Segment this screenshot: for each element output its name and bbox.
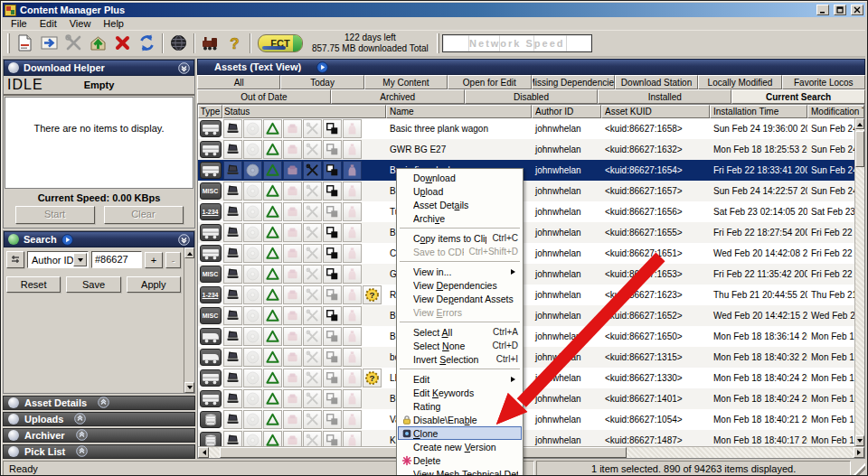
menu-item-archive[interactable]: Archive	[398, 211, 522, 225]
scroll-down-button[interactable]	[184, 382, 194, 393]
menu-item-select-none[interactable]: Select NoneCtrl+D	[398, 339, 522, 352]
scroll-left-button[interactable]	[198, 447, 209, 458]
menu-item-view-mesh-technical-details[interactable]: View Mesh Technical Details...	[398, 467, 522, 476]
column-header-status[interactable]: Status	[222, 105, 386, 118]
tools-button[interactable]	[61, 33, 86, 55]
toolbar-grip[interactable]	[7, 33, 10, 53]
scroll-up-button[interactable]	[855, 118, 864, 129]
menubar-item-view[interactable]: View	[63, 17, 98, 30]
download-queue-list[interactable]: There are no items to display.	[5, 97, 193, 189]
expand-chevron-icon[interactable]	[76, 445, 88, 459]
assets-play-icon[interactable]	[316, 61, 328, 73]
tab-favorite-locos[interactable]: Favorite Locos	[782, 75, 865, 89]
clear-button[interactable]: Clear	[104, 206, 184, 224]
menu-item-clone[interactable]: Clone	[398, 426, 522, 440]
train-button[interactable]	[198, 33, 222, 55]
column-header-name[interactable]: Name	[386, 105, 532, 118]
refresh-button[interactable]	[135, 33, 159, 55]
menu-item-view-dependencies[interactable]: View Dependencies	[398, 278, 522, 292]
column-header-installation-time[interactable]: Installation Time	[710, 105, 807, 118]
expand-chevron-icon[interactable]	[74, 413, 86, 426]
table-row[interactable]: Vanjohnwhelan<kuid:86627:1054>Mon Feb 18…	[198, 409, 854, 430]
tab-my-content[interactable]: My Content	[364, 75, 448, 89]
tab-all[interactable]: All	[197, 75, 280, 89]
add-filter-button[interactable]: +	[145, 252, 163, 268]
scroll-up-button[interactable]	[184, 247, 194, 258]
search-query-input[interactable]: #86627	[91, 251, 142, 268]
table-row[interactable]: BRjohnwhelan<kuid:86627:1655>Fri Feb 22 …	[198, 222, 854, 243]
menu-item-rating[interactable]: Rating	[398, 399, 522, 413]
tab-out-of-date[interactable]: Out of Date	[197, 89, 331, 104]
close-button[interactable]	[851, 5, 863, 15]
reset-button[interactable]: Reset	[6, 276, 61, 293]
menubar-item-file[interactable]: File	[5, 17, 33, 30]
expand-chevron-icon[interactable]	[98, 397, 109, 410]
column-header-author-id[interactable]: Author ID	[532, 105, 601, 118]
tab-today[interactable]: Today	[280, 75, 363, 89]
save-button[interactable]: Save	[66, 276, 120, 293]
table-row[interactable]: MISCBasjohnwhelan<kuid:86627:1657>Sun Fe…	[198, 181, 854, 201]
menu-item-delete[interactable]: Delete	[398, 453, 522, 467]
search-play-icon[interactable]	[61, 234, 73, 246]
column-header-asset-kuid[interactable]: Asset KUID	[601, 105, 710, 118]
resize-grip[interactable]	[853, 461, 865, 476]
import-arrow-button[interactable]	[37, 33, 61, 55]
title-bar[interactable]: Content Manager Plus	[3, 3, 865, 17]
tab-disabled[interactable]: Disabled	[465, 89, 599, 104]
table-row[interactable]: BRjohnwhelan<kuid:86627:1650>Mon Feb 18 …	[198, 326, 854, 347]
menu-item-save-to-cdp[interactable]: Save to CDPCtrl+Shift+D	[398, 245, 522, 258]
collapse-chevron-icon[interactable]	[178, 62, 190, 74]
scroll-right-button[interactable]	[854, 447, 864, 458]
collapse-chevron-icon[interactable]	[178, 234, 190, 246]
minimize-button[interactable]	[816, 5, 829, 15]
table-row[interactable]: Kingjohnwhelan<kuid:86627:1487>Mon Feb 1…	[198, 430, 854, 446]
table-row[interactable]: Basic three plank wagonjohnwhelan<kuid:8…	[198, 118, 854, 139]
menu-item-disable-enable[interactable]: Disable\Enable	[398, 413, 522, 426]
menubar-item-edit[interactable]: Edit	[33, 17, 63, 30]
tab-missing-dependencies[interactable]: Missing Dependencies	[532, 75, 615, 89]
table-row[interactable]: 1-234Turljohnwhelan<kuid:86627:1656>Sat …	[198, 201, 854, 222]
menu-item-create-new-version[interactable]: Create new Version	[398, 440, 522, 453]
table-row[interactable]: bowjohnwhelan<kuid:86627:1315>Mon Feb 18…	[198, 347, 854, 368]
scroll-down-button[interactable]	[855, 435, 864, 446]
tab-open-for-edit[interactable]: Open for Edit	[448, 75, 531, 89]
menu-item-invert-selection[interactable]: Invert SelectionCtrl+I	[398, 352, 522, 366]
assets-header[interactable]: Assets (Text View)	[197, 59, 865, 75]
menu-item-download[interactable]: Download	[398, 171, 522, 184]
horizontal-scrollbar[interactable]	[198, 446, 864, 458]
tab-current-search[interactable]: Current Search	[731, 89, 865, 104]
menubar-item-help[interactable]: Help	[97, 17, 130, 30]
dropdown-arrow-icon[interactable]	[73, 253, 87, 266]
web-globe-button[interactable]	[166, 33, 191, 55]
filter-options-button[interactable]	[6, 251, 24, 268]
tab-locally-modified[interactable]: Locally Modified	[698, 75, 781, 89]
menu-item-select-all[interactable]: Select AllCtrl+A	[398, 325, 522, 339]
search-scrollbar[interactable]	[184, 247, 194, 393]
menu-item-copy-items-to-clipboard[interactable]: Copy items to ClipboardCtrl+C	[398, 231, 522, 245]
vertical-scroll-thumb[interactable]	[855, 131, 864, 167]
sidebar-panel-asset-details[interactable]: Asset Details	[3, 396, 195, 410]
table-row[interactable]: 1-234?Rurjohnwhelan<kuid:86627:1623>Thu …	[198, 285, 854, 305]
toolbar-grip2[interactable]	[437, 33, 439, 53]
table-row[interactable]: MISCGWjohnwhelan<kuid:86627:1653>Fri Feb…	[198, 264, 854, 285]
search-field-select[interactable]: Author ID	[27, 251, 89, 268]
help-button[interactable]: ?	[222, 33, 247, 55]
table-row[interactable]: Coajohnwhelan<kuid:86627:1651>Wed Feb 20…	[198, 243, 854, 264]
fct-button[interactable]: FCT	[258, 34, 303, 52]
menu-item-view-dependant-assets[interactable]: View Dependant Assets	[398, 292, 522, 305]
remove-filter-button[interactable]: -	[165, 252, 181, 268]
table-row[interactable]: ?LBSjohnwhelan<kuid:86627:1330>Mon Feb 1…	[198, 368, 854, 388]
download-helper-header[interactable]: Download Helper	[4, 60, 194, 76]
menu-item-edit[interactable]: Edit	[398, 372, 522, 386]
sidebar-panel-archiver[interactable]: Archiver	[3, 428, 195, 443]
upload-house-button[interactable]	[86, 33, 110, 55]
table-row[interactable]: MISCBRjohnwhelan<kuid:86627:1652>Wed Feb…	[198, 305, 854, 326]
vertical-scrollbar[interactable]	[854, 118, 864, 446]
maximize-button[interactable]	[834, 5, 846, 15]
column-header-modification-t[interactable]: Modification T	[807, 105, 864, 118]
column-header-type[interactable]: Type	[198, 105, 222, 118]
menu-item-upload[interactable]: Upload	[398, 184, 522, 198]
menu-item-view-errors[interactable]: View Errors	[398, 305, 522, 319]
table-row[interactable]: GWR BG E27johnwhelan<kuid:86627:1632>Mon…	[198, 139, 854, 160]
table-row[interactable]: Basic five plank wagonjohnwhelan<kuid:86…	[198, 160, 854, 181]
